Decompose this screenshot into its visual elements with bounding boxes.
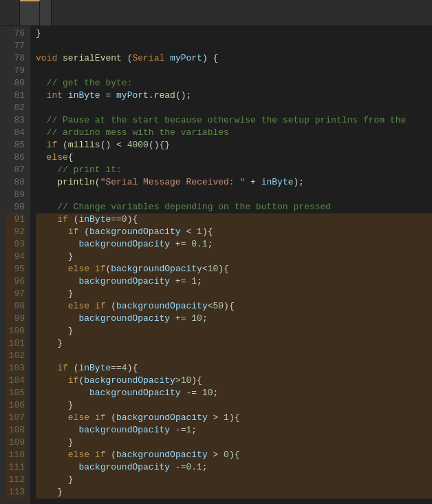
code-line: }	[36, 474, 432, 486]
code-line: backgroundOpacity += 10;	[36, 313, 432, 325]
code-line	[36, 350, 432, 362]
line-number: 110	[6, 449, 25, 461]
line-number: 91	[6, 213, 25, 226]
line-number: 88	[6, 176, 25, 189]
line-number: 78	[6, 52, 25, 65]
line-number: 90	[6, 201, 25, 213]
line-numbers: 7677787980818283848586878889909192939495…	[0, 26, 30, 504]
line-number: 102	[6, 350, 25, 362]
code-line: }	[36, 28, 432, 40]
line-number: 79	[6, 65, 25, 77]
code-line: else if (backgroundOpacity > 0){	[36, 449, 432, 461]
line-number: 76	[6, 28, 25, 40]
code-line: if (inByte==4){	[36, 362, 432, 375]
code-line: }	[36, 325, 432, 337]
code-line: println("Serial Message Received: " + in…	[36, 176, 432, 189]
code-line: // print it:	[36, 164, 432, 176]
code-line: backgroundOpacity -= 10;	[36, 387, 432, 399]
code-line: }	[36, 288, 432, 300]
code-line: else if(backgroundOpacity<10){	[36, 263, 432, 275]
code-line	[36, 40, 432, 52]
line-number: 111	[6, 461, 25, 474]
code-line: }	[36, 337, 432, 350]
line-number: 83	[6, 114, 25, 127]
tab-dropdown-button[interactable]	[40, 0, 52, 25]
line-number: 84	[6, 127, 25, 139]
code-line: backgroundOpacity += 1;	[36, 275, 432, 288]
line-number: 103	[6, 362, 25, 375]
line-number: 77	[6, 40, 25, 52]
line-number: 82	[6, 102, 25, 114]
code-line: int inByte = myPort.read();	[36, 90, 432, 102]
code-line: if(backgroundOpacity>10){	[36, 375, 432, 387]
line-number: 86	[6, 151, 25, 164]
code-line: // arduino mess with the variables	[36, 127, 432, 139]
line-number: 99	[6, 313, 25, 325]
line-number: 94	[6, 251, 25, 263]
code-line: if (inByte==0){	[36, 213, 432, 226]
code-line: }	[36, 437, 432, 449]
code-line	[36, 189, 432, 201]
line-number: 93	[6, 238, 25, 251]
code-line: backgroundOpacity += 0.1;	[36, 238, 432, 251]
line-number: 89	[6, 189, 25, 201]
code-line: }	[36, 486, 432, 498]
line-number: 105	[6, 387, 25, 399]
line-number: 112	[6, 474, 25, 486]
line-number: 92	[6, 226, 25, 238]
code-line	[36, 102, 432, 114]
code-line: else if (backgroundOpacity > 1){	[36, 412, 432, 424]
line-number: 97	[6, 288, 25, 300]
line-number: 106	[6, 399, 25, 412]
code-line: else if (backgroundOpacity<50){	[36, 300, 432, 313]
code-area: 7677787980818283848586878889909192939495…	[0, 26, 432, 504]
line-number: 81	[6, 90, 25, 102]
line-number: 85	[6, 139, 25, 151]
line-number: 95	[6, 263, 25, 275]
line-number: 107	[6, 412, 25, 424]
line-number: 87	[6, 164, 25, 176]
code-line: }	[36, 251, 432, 263]
code-line: if (backgroundOpacity < 1){	[36, 226, 432, 238]
code-line: backgroundOpacity -=1;	[36, 424, 432, 437]
line-number: 108	[6, 424, 25, 437]
code-line: // get the byte:	[36, 77, 432, 90]
code-content[interactable]: } void serialEvent (Serial myPort) { // …	[30, 26, 432, 504]
code-line: else{	[36, 151, 432, 164]
code-line: // Pause at the start because otherwise …	[36, 114, 432, 127]
line-number: 80	[6, 77, 25, 90]
line-number: 101	[6, 337, 25, 350]
line-number: 100	[6, 325, 25, 337]
tab-cube[interactable]	[20, 0, 40, 25]
line-number: 96	[6, 275, 25, 288]
line-number: 113	[6, 486, 25, 498]
tab-bar	[0, 0, 432, 26]
code-line	[36, 65, 432, 77]
line-number: 104	[6, 375, 25, 387]
code-line: // Change variables depending on the but…	[36, 201, 432, 213]
code-line: backgroundOpacity -=0.1;	[36, 461, 432, 474]
code-line: if (millis() < 4000(){}	[36, 139, 432, 151]
tab-buttons-cubes[interactable]	[0, 0, 20, 25]
code-line: }	[36, 399, 432, 412]
line-number: 109	[6, 437, 25, 449]
code-line: void serialEvent (Serial myPort) {	[36, 52, 432, 65]
line-number: 98	[6, 300, 25, 313]
